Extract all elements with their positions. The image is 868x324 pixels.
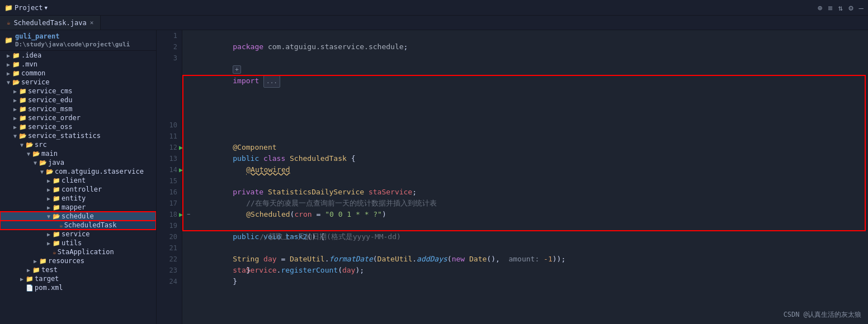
folder-icon-open: 📂 xyxy=(32,150,40,158)
folder-icon: 📁 xyxy=(19,123,27,131)
sidebar-item-client[interactable]: ▶ 📁 client xyxy=(0,176,156,185)
sidebar-item-service-edu[interactable]: ▶ 📁 service_edu xyxy=(0,96,156,104)
sidebar-header: 📁 guli_parent D:\study\java\code\project… xyxy=(0,30,156,51)
code-line-1: package com.atguigu.staservice.schedule; xyxy=(189,30,868,41)
sidebar-label-resources: resources xyxy=(47,257,84,265)
tab-scheduled-task[interactable]: ☕ ScheduledTask.java ✕ xyxy=(0,16,101,30)
sidebar-item-pom[interactable]: ▶ 📄 pom.xml xyxy=(0,283,156,292)
list-icon[interactable]: ≡ xyxy=(828,3,832,12)
minimize-icon[interactable]: — xyxy=(859,3,864,12)
folder-icon: 📁 xyxy=(19,115,27,122)
sidebar-label-pom: pom.xml xyxy=(34,284,63,292)
sidebar-item-service[interactable]: ▼ 📂 service xyxy=(0,78,156,87)
sidebar-item-common[interactable]: ▶ 📁 common xyxy=(0,69,156,78)
sidebar-item-src[interactable]: ▼ 📂 src xyxy=(0,140,156,149)
code-line-15 xyxy=(189,175,868,187)
xml-file-icon: 📄 xyxy=(26,284,34,292)
folder-icon: 📁 xyxy=(53,240,60,247)
main-content: 📁 guli_parent D:\study\java\code\project… xyxy=(0,30,868,324)
sidebar-item-service-oss[interactable]: ▶ 📁 service_oss xyxy=(0,122,156,131)
sidebar-item-service-msm[interactable]: ▶ 📁 service_msm xyxy=(0,104,156,113)
code-line-23: } xyxy=(189,265,868,276)
sidebar-label-service: service xyxy=(20,78,50,86)
code-line-18: public void task2() { ▶ − xyxy=(189,209,868,220)
code-line-20: String day = DateUtil.formatDate(DateUti… xyxy=(189,231,868,242)
code-line-3: + import ... xyxy=(189,53,868,64)
code-content: package com.atguigu.staservice.schedule;… xyxy=(182,30,868,324)
tab-label: ScheduledTask.java xyxy=(14,19,87,27)
sidebar: 📁 guli_parent D:\study\java\code\project… xyxy=(0,30,157,324)
watermark: CSDN @认真生活的灰太狼 xyxy=(784,310,861,320)
folder-icon-open: 📂 xyxy=(46,168,54,175)
sidebar-item-scheduled-task[interactable]: ▶ ☕ ScheduledTask xyxy=(0,221,156,230)
tab-close-icon[interactable]: ✕ xyxy=(90,19,94,26)
sidebar-label-service-statistics: service_statistics xyxy=(27,132,101,140)
run-icon-2[interactable]: ▶ xyxy=(179,164,183,175)
sidebar-item-mapper[interactable]: ▶ 📁 mapper xyxy=(0,203,156,212)
folder-icon: 📁 xyxy=(39,258,47,265)
sidebar-label-java: java xyxy=(47,159,64,166)
sidebar-item-controller[interactable]: ▶ 📁 controller xyxy=(0,185,156,194)
code-container: 1 2 3 10 11 12 13 14 15 16 17 18 19 20 2… xyxy=(157,30,868,324)
sidebar-label-service-cms: service_cms xyxy=(27,87,72,95)
java-file-icon: ☕ xyxy=(59,222,63,229)
sidebar-label-mvn: .mvn xyxy=(20,60,37,68)
code-line-16: //在每天的凌晨一点查询前一天的统计数据并插入到统计表 xyxy=(189,187,868,198)
project-name: guli_parent D:\study\java\code\project\g… xyxy=(15,32,152,48)
sidebar-label-main: main xyxy=(40,150,58,158)
sidebar-item-sta-application[interactable]: ▶ ☕ StaApplication xyxy=(0,247,156,256)
code-line-19: //获取上一天的日期(格式是yyyy-MM-dd) xyxy=(189,220,868,231)
fold-icon[interactable]: − xyxy=(187,209,190,220)
project-dropdown[interactable]: 📁 Project ▼ xyxy=(4,4,48,12)
java-file-icon: ☕ xyxy=(53,249,56,256)
sidebar-label-service-sub: service xyxy=(60,230,90,238)
sidebar-item-mvn[interactable]: ▶ 📁 .mvn xyxy=(0,60,156,69)
code-line-14: private StatisticsDailyService staServic… xyxy=(189,164,868,175)
sidebar-item-service-statistics[interactable]: ▼ 📂 service_statistics xyxy=(0,131,156,140)
sidebar-label-entity: entity xyxy=(60,194,86,202)
code-line-12: public class ScheduledTask { ▶ xyxy=(189,142,868,153)
line-numbers: 1 2 3 10 11 12 13 14 15 16 17 18 19 20 2… xyxy=(157,30,182,324)
folder-icon: 📁 xyxy=(53,195,60,202)
code-editor[interactable]: 1 2 3 10 11 12 13 14 15 16 17 18 19 20 2… xyxy=(157,30,868,324)
sidebar-item-service-order[interactable]: ▶ 📁 service_order xyxy=(0,113,156,122)
folder-icon: 📁 xyxy=(19,97,27,104)
folder-icon: 📁 xyxy=(12,70,20,77)
sidebar-item-utils[interactable]: ▶ 📁 utils xyxy=(0,239,156,247)
folder-icon: 📁 xyxy=(53,231,60,238)
folder-icon-open: 📂 xyxy=(12,79,20,86)
code-line-17: @Scheduled(cron = "0 0 1 * * ?") xyxy=(189,198,868,209)
sidebar-label-schedule: schedule xyxy=(60,212,94,220)
sidebar-item-target[interactable]: ▶ 📁 target xyxy=(0,274,156,283)
sidebar-item-idea[interactable]: ▶ 📁 .idea xyxy=(0,51,156,60)
sidebar-label-service-edu: service_edu xyxy=(27,96,72,104)
sidebar-label-scheduled-task: ScheduledTask xyxy=(63,221,117,229)
run-icon[interactable]: ▶ xyxy=(179,142,183,153)
code-line-gap xyxy=(189,64,868,120)
folder-icon: 📁 xyxy=(19,106,27,113)
folder-icon-open: 📂 xyxy=(39,159,47,166)
sidebar-item-service-sub[interactable]: ▶ 📁 service xyxy=(0,230,156,239)
sidebar-item-main[interactable]: ▼ 📂 main xyxy=(0,149,156,158)
sidebar-item-service-cms[interactable]: ▶ 📁 service_cms xyxy=(0,87,156,96)
folder-icon-open: 📂 xyxy=(53,213,60,220)
sidebar-label-sta-application: StaApplication xyxy=(56,248,114,256)
sidebar-item-schedule[interactable]: ▼ 📂 schedule xyxy=(0,212,156,221)
project-label: 📁 Project ▼ xyxy=(4,4,48,12)
add-icon[interactable]: ⊕ xyxy=(818,3,822,12)
sidebar-item-resources[interactable]: ▶ 📁 resources xyxy=(0,256,156,265)
settings-icon[interactable]: ⚙ xyxy=(848,3,853,12)
folder-icon-open: 📂 xyxy=(26,141,34,149)
sidebar-label-test: test xyxy=(40,266,58,274)
sidebar-item-java[interactable]: ▼ 📂 java xyxy=(0,158,156,167)
sidebar-item-entity[interactable]: ▶ 📁 entity xyxy=(0,194,156,203)
sidebar-item-com-atguigu[interactable]: ▼ 📂 com.atguigu.staservice xyxy=(0,167,156,176)
sidebar-label-service-order: service_order xyxy=(27,114,81,122)
sidebar-label-mapper: mapper xyxy=(60,203,86,211)
folder-icon: 📁 xyxy=(12,61,20,68)
folder-icon: 📁 xyxy=(12,52,20,59)
sidebar-item-test[interactable]: ▶ 📁 test xyxy=(0,265,156,274)
java-file-icon: ☕ xyxy=(7,19,11,26)
run-icon-3[interactable]: ▶ xyxy=(179,209,183,220)
sort-icon[interactable]: ⇅ xyxy=(838,3,843,12)
